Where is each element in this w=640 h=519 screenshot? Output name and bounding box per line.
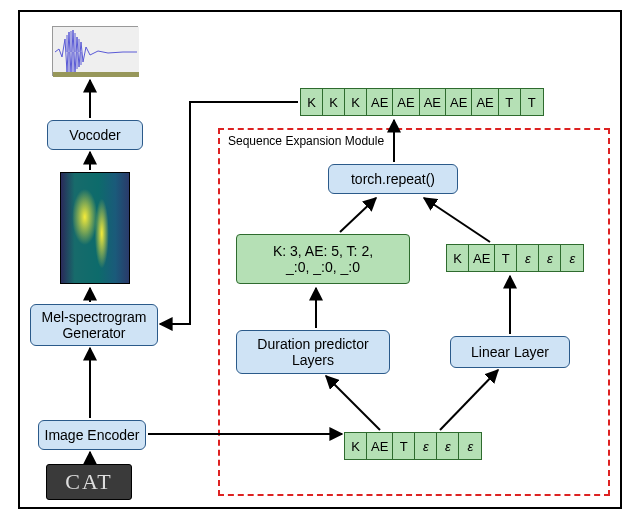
svg-rect-1 xyxy=(53,72,139,77)
torch-repeat-box: torch.repeat() xyxy=(328,164,458,194)
torch-repeat-label: torch.repeat() xyxy=(351,171,435,187)
token-cell: AE xyxy=(420,89,446,115)
input-token-row: KAETεεε xyxy=(344,432,482,460)
token-cell: ε xyxy=(459,433,481,459)
durations-text: K: 3, AE: 5, T: 2, _:0, _:0, _:0 xyxy=(273,243,373,275)
mel-spectrogram-image xyxy=(60,172,130,284)
linear-layer-box: Linear Layer xyxy=(450,336,570,368)
token-cell: T xyxy=(499,89,521,115)
duration-predictor-box: Duration predictor Layers xyxy=(236,330,390,374)
token-cell: ε xyxy=(539,245,561,271)
token-cell: AE xyxy=(367,89,393,115)
vocoder-label: Vocoder xyxy=(69,127,120,143)
expanded-token-row: KKKAEAEAEAEAETT xyxy=(300,88,544,116)
image-encoder-box: Image Encoder xyxy=(38,420,146,450)
durations-box: K: 3, AE: 5, T: 2, _:0, _:0, _:0 xyxy=(236,234,410,284)
diagram-frame: Sequence Expansion Module CAT Image Enco… xyxy=(18,10,622,509)
linear-output-token-row: KAETεεε xyxy=(446,244,584,272)
token-cell: K xyxy=(301,89,323,115)
token-cell: ε xyxy=(517,245,539,271)
token-cell: K xyxy=(447,245,469,271)
token-cell: ε xyxy=(437,433,459,459)
mel-generator-label: Mel-spectrogram Generator xyxy=(41,309,146,341)
token-cell: ε xyxy=(415,433,437,459)
token-cell: K xyxy=(323,89,345,115)
waveform-output xyxy=(52,26,138,76)
token-cell: AE xyxy=(469,245,495,271)
sequence-expansion-label: Sequence Expansion Module xyxy=(228,134,384,148)
token-cell: AE xyxy=(367,433,393,459)
image-encoder-label: Image Encoder xyxy=(45,427,140,443)
mel-generator-box: Mel-spectrogram Generator xyxy=(30,304,158,346)
token-cell: AE xyxy=(393,89,419,115)
input-image-text: CAT xyxy=(65,469,113,495)
vocoder-box: Vocoder xyxy=(47,120,143,150)
duration-predictor-label: Duration predictor Layers xyxy=(257,336,368,368)
linear-layer-label: Linear Layer xyxy=(471,344,549,360)
token-cell: AE xyxy=(446,89,472,115)
waveform-icon xyxy=(53,27,139,77)
token-cell: K xyxy=(345,433,367,459)
token-cell: T xyxy=(393,433,415,459)
token-cell: ε xyxy=(561,245,583,271)
token-cell: T xyxy=(521,89,543,115)
token-cell: T xyxy=(495,245,517,271)
input-image-cat: CAT xyxy=(46,464,132,500)
token-cell: K xyxy=(345,89,367,115)
token-cell: AE xyxy=(472,89,498,115)
